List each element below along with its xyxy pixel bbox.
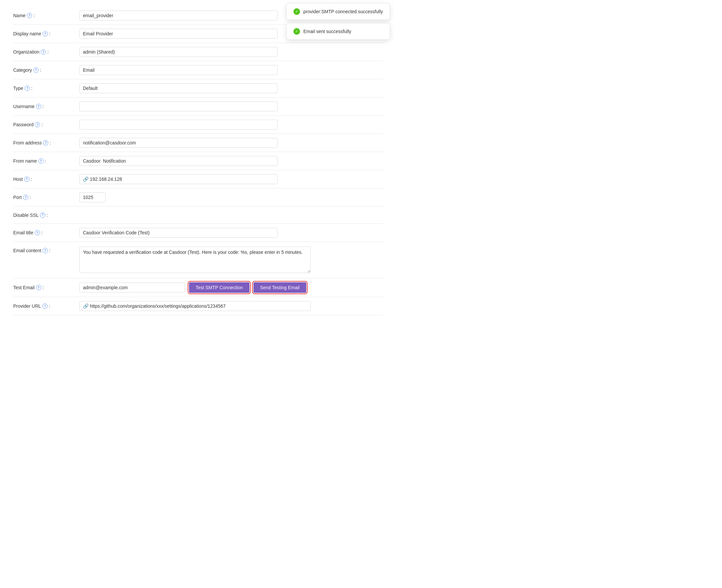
value-from-name [79, 156, 383, 166]
notifications-area: ✓ provider:SMTP connected successfully ✓… [286, 3, 390, 40]
check-icon-smtp: ✓ [293, 8, 300, 15]
help-icon-email-title[interactable]: ? [35, 230, 40, 235]
value-from-address [79, 138, 383, 148]
value-username [79, 102, 383, 111]
field-row-host: Host ? : [13, 170, 383, 188]
textarea-email-content[interactable]: You have requested a verification code a… [79, 247, 311, 273]
value-provider-url [79, 301, 383, 311]
send-testing-email-button[interactable]: Send Testing Email [253, 282, 306, 293]
test-smtp-button-wrapper: Test SMTP Connection [189, 282, 250, 293]
field-row-category: Category ? : [13, 61, 383, 79]
input-organization[interactable] [79, 47, 278, 57]
send-testing-email-button-wrapper: Send Testing Email [253, 282, 306, 293]
label-email-title: Email title ? : [13, 230, 79, 235]
check-icon-email: ✓ [293, 28, 300, 35]
value-email-content: You have requested a verification code a… [79, 247, 383, 274]
label-display-name: Display name ? : [13, 31, 79, 36]
help-icon-password[interactable]: ? [35, 122, 40, 127]
value-port [79, 192, 383, 202]
email-sent-notification: ✓ Email sent successfully [286, 23, 390, 40]
help-icon-category[interactable]: ? [34, 67, 39, 73]
field-row-password: Password ? : [13, 116, 383, 134]
field-row-organization: Organization ? : [13, 43, 383, 61]
test-smtp-button[interactable]: Test SMTP Connection [189, 282, 250, 293]
help-icon-name[interactable]: ? [27, 13, 32, 18]
value-type [79, 83, 383, 93]
input-email-title[interactable] [79, 228, 278, 238]
input-password[interactable] [79, 120, 278, 130]
email-sent-notification-text: Email sent successfully [303, 29, 351, 34]
help-icon-organization[interactable]: ? [41, 49, 46, 55]
field-row-email-title: Email title ? : [13, 224, 383, 242]
field-row-from-address: From address ? : [13, 134, 383, 152]
help-icon-host[interactable]: ? [24, 176, 29, 182]
value-password [79, 120, 383, 130]
input-username[interactable] [79, 102, 278, 111]
field-row-username: Username ? : [13, 98, 383, 116]
help-icon-test-email[interactable]: ? [36, 285, 41, 290]
field-row-disable-ssl: Disable SSL ? : [13, 207, 383, 224]
smtp-notification: ✓ provider:SMTP connected successfully [286, 3, 390, 20]
label-disable-ssl: Disable SSL ? : [13, 212, 79, 218]
help-icon-disable-ssl[interactable]: ? [40, 212, 45, 218]
value-organization [79, 47, 383, 57]
label-password: Password ? : [13, 122, 79, 127]
label-email-content: Email content ? : [13, 247, 79, 253]
field-row-from-name: From name ? : [13, 152, 383, 170]
value-category [79, 65, 383, 75]
help-icon-from-address[interactable]: ? [43, 140, 48, 145]
field-row-test-email: Test Email ? : Test SMTP Connection Send… [13, 278, 383, 297]
help-icon-username[interactable]: ? [36, 104, 41, 109]
label-category: Category ? : [13, 67, 79, 73]
input-type[interactable] [79, 83, 278, 93]
value-email-title [79, 228, 383, 238]
input-display-name[interactable] [79, 29, 278, 39]
value-host [79, 174, 383, 184]
input-test-email[interactable] [79, 282, 185, 293]
help-icon-provider-url[interactable]: ? [42, 303, 48, 309]
input-from-address[interactable] [79, 138, 278, 148]
input-from-name[interactable] [79, 156, 278, 166]
field-row-email-content: Email content ? : You have requested a v… [13, 242, 383, 278]
help-icon-port[interactable]: ? [23, 195, 28, 200]
label-port: Port ? : [13, 195, 79, 200]
label-username: Username ? : [13, 104, 79, 109]
label-from-address: From address ? : [13, 140, 79, 145]
field-row-port: Port ? : [13, 188, 383, 207]
help-icon-from-name[interactable]: ? [38, 158, 44, 164]
input-provider-url[interactable] [79, 301, 311, 311]
label-type: Type ? : [13, 86, 79, 91]
input-host[interactable] [79, 174, 278, 184]
field-row-type: Type ? : [13, 79, 383, 98]
label-name: Name ? : [13, 13, 79, 18]
value-test-email: Test SMTP Connection Send Testing Email [79, 282, 383, 293]
smtp-notification-text: provider:SMTP connected successfully [303, 9, 383, 14]
label-provider-url: Provider URL ? : [13, 303, 79, 309]
test-email-controls: Test SMTP Connection Send Testing Email [79, 282, 383, 293]
field-row-provider-url: Provider URL ? : [13, 297, 383, 315]
label-test-email: Test Email ? : [13, 285, 79, 290]
help-icon-display-name[interactable]: ? [43, 31, 48, 36]
input-port[interactable] [79, 192, 106, 202]
label-organization: Organization ? : [13, 49, 79, 55]
input-name[interactable] [79, 10, 278, 21]
label-host: Host ? : [13, 176, 79, 182]
label-from-name: From name ? : [13, 158, 79, 164]
help-icon-email-content[interactable]: ? [43, 248, 48, 253]
input-category[interactable] [79, 65, 278, 75]
help-icon-type[interactable]: ? [24, 86, 30, 91]
